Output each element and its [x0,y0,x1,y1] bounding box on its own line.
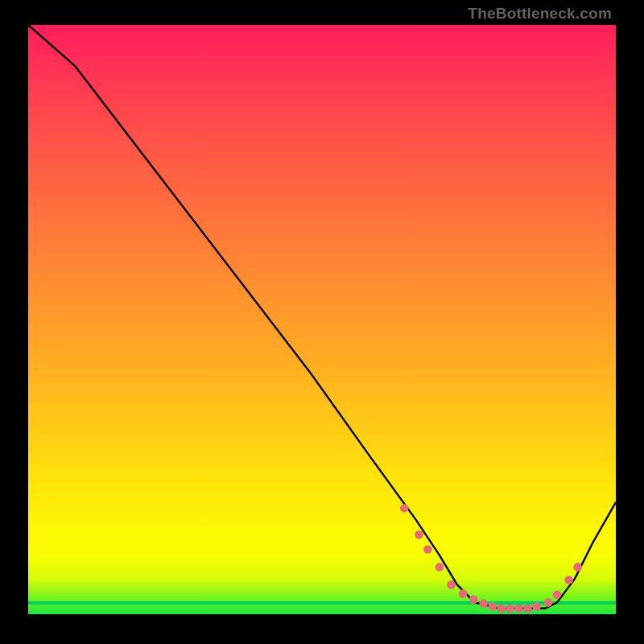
data-dot [506,604,514,613]
data-dot [436,563,444,572]
data-dot [553,591,562,600]
data-dot [544,598,553,607]
data-dot [564,576,573,584]
data-dot [400,504,409,513]
curve-layer [28,25,616,614]
data-dot [532,602,541,611]
data-dot [459,589,468,598]
bottleneck-curve [28,25,616,609]
data-dot [469,595,478,604]
data-dot [447,580,456,589]
data-dot [480,600,489,609]
data-dot [514,604,523,613]
data-dot [573,563,582,572]
data-dot [415,530,423,539]
data-dot [497,604,506,613]
chart-stage: TheBottleneck.com [0,0,644,644]
data-dot [523,604,532,613]
data-dot [423,545,432,554]
attribution-text: TheBottleneck.com [468,5,612,23]
data-dot [488,602,497,611]
